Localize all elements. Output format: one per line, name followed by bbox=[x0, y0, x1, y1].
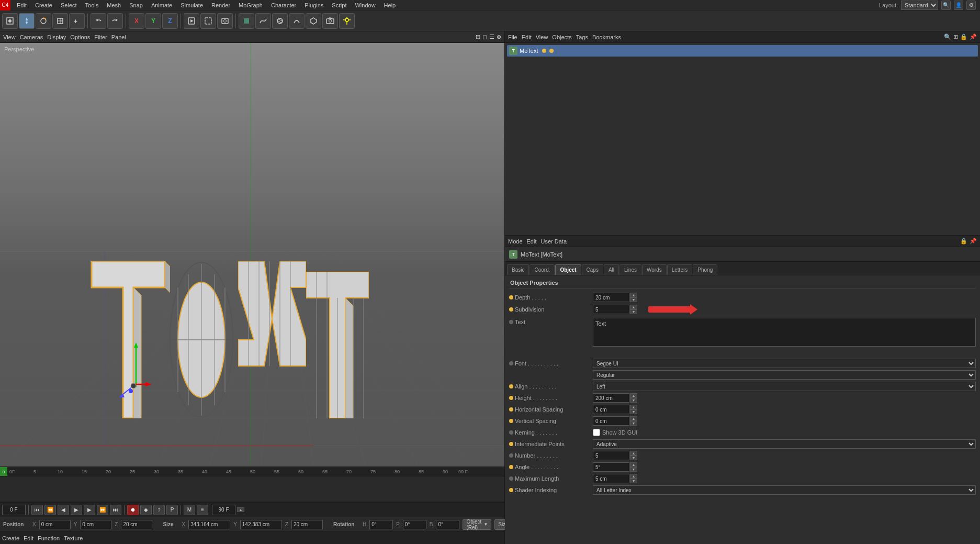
render-btn[interactable] bbox=[184, 13, 199, 29]
size-y-input[interactable] bbox=[240, 520, 282, 529]
tab-coord[interactable]: Coord. bbox=[530, 264, 555, 275]
angle-up-arrow[interactable]: ▲ bbox=[630, 462, 637, 467]
h-spacing-input[interactable] bbox=[593, 405, 629, 414]
render-region-btn[interactable] bbox=[200, 13, 216, 29]
text-content-input[interactable]: Text bbox=[593, 318, 976, 347]
tab-words[interactable]: Words bbox=[642, 264, 667, 275]
height-input[interactable] bbox=[593, 393, 629, 403]
p-rot-input[interactable] bbox=[403, 520, 426, 529]
camera-btn[interactable] bbox=[322, 13, 338, 29]
param-key-btn[interactable]: P bbox=[166, 505, 178, 515]
tab-object[interactable]: Object bbox=[555, 264, 581, 275]
v-spacing-input[interactable] bbox=[593, 416, 629, 426]
layout-select[interactable]: Standard bbox=[901, 1, 938, 10]
vp-view-menu[interactable]: View bbox=[3, 34, 16, 40]
y-axis-btn[interactable]: Y bbox=[145, 13, 161, 29]
go-to-next-key-btn[interactable]: ⏩ bbox=[97, 505, 108, 515]
viewport-3d[interactable]: Perspective bbox=[0, 43, 504, 467]
number-down-arrow[interactable]: ▼ bbox=[630, 456, 637, 460]
tab-all[interactable]: All bbox=[604, 264, 619, 275]
user-icon[interactable]: 👤 bbox=[954, 1, 963, 10]
auto-key-btn[interactable]: ? bbox=[153, 505, 165, 515]
timeline-options-btn[interactable]: ≡ bbox=[197, 505, 208, 515]
undo-btn[interactable] bbox=[91, 13, 106, 29]
shader-select[interactable]: All Letter Index bbox=[593, 485, 976, 495]
intermediate-select[interactable]: Adaptive bbox=[593, 439, 976, 449]
vp-filter-menu[interactable]: Filter bbox=[94, 34, 107, 40]
props-mode-menu[interactable]: Mode bbox=[508, 238, 523, 245]
menu-mesh[interactable]: Mesh bbox=[103, 0, 125, 10]
vp-icon-1[interactable]: ⊞ bbox=[476, 34, 480, 40]
scene-object-list[interactable]: T MoText bbox=[505, 43, 980, 235]
vp-display-menu[interactable]: Display bbox=[47, 34, 66, 40]
fps-up-arrow[interactable]: ▲ bbox=[237, 507, 244, 512]
height-up-arrow[interactable]: ▲ bbox=[630, 393, 637, 398]
depth-up-arrow[interactable]: ▲ bbox=[630, 293, 637, 297]
scene-lock-icon[interactable]: 🔒 bbox=[960, 34, 967, 40]
rotate-tool[interactable] bbox=[36, 13, 51, 29]
scale-tool[interactable] bbox=[52, 13, 68, 29]
scene-view-menu[interactable]: View bbox=[536, 34, 548, 40]
depth-input[interactable] bbox=[593, 293, 629, 302]
h-spacing-down-arrow[interactable]: ▼ bbox=[630, 409, 637, 414]
edit-tab[interactable]: Edit bbox=[24, 535, 33, 541]
depth-down-arrow[interactable]: ▼ bbox=[630, 297, 637, 302]
deformer-btn[interactable] bbox=[289, 13, 305, 29]
x-axis-btn[interactable]: X bbox=[129, 13, 144, 29]
number-up-arrow[interactable]: ▲ bbox=[630, 451, 637, 456]
scene-search-icon[interactable]: 🔍 bbox=[944, 34, 951, 40]
create-tab[interactable]: Create bbox=[2, 535, 19, 541]
angle-input[interactable] bbox=[593, 462, 629, 472]
subdivision-up-arrow[interactable]: ▲ bbox=[630, 305, 637, 309]
max-length-up-arrow[interactable]: ▲ bbox=[630, 474, 637, 479]
props-userdata-menu[interactable]: User Data bbox=[541, 238, 567, 245]
menu-create[interactable]: Create bbox=[31, 0, 57, 10]
object-rel-dropdown[interactable]: Object (Rel) ▼ bbox=[463, 519, 491, 530]
menu-script[interactable]: Script bbox=[328, 0, 351, 10]
play-btn[interactable]: ▶ bbox=[71, 505, 82, 515]
vp-icon-4[interactable]: ⊛ bbox=[497, 34, 501, 40]
render-to-picture-btn[interactable] bbox=[217, 13, 233, 29]
spline-tool[interactable] bbox=[255, 13, 271, 29]
tab-basic[interactable]: Basic bbox=[507, 264, 529, 275]
move-tool[interactable] bbox=[19, 13, 35, 29]
props-edit-menu[interactable]: Edit bbox=[527, 238, 537, 245]
menu-render[interactable]: Render bbox=[207, 0, 234, 10]
fps-input[interactable] bbox=[212, 505, 235, 515]
vp-icon-3[interactable]: ☰ bbox=[489, 34, 494, 40]
scene-filter-icon[interactable]: ⊞ bbox=[953, 34, 958, 40]
props-lock-icon[interactable]: 🔒 bbox=[960, 238, 967, 245]
next-frame-btn[interactable]: ▶ bbox=[84, 505, 95, 515]
vp-options-menu[interactable]: Options bbox=[70, 34, 90, 40]
h-spacing-up-arrow[interactable]: ▲ bbox=[630, 405, 637, 409]
subdivision-input[interactable] bbox=[593, 305, 629, 314]
menu-simulate[interactable]: Simulate bbox=[176, 0, 207, 10]
subdivision-down-arrow[interactable]: ▼ bbox=[630, 309, 637, 314]
vp-panel-menu[interactable]: Panel bbox=[111, 34, 126, 40]
menu-select[interactable]: Select bbox=[57, 0, 81, 10]
y-coord-input[interactable] bbox=[80, 520, 111, 529]
go-to-start-btn[interactable]: ⏮ bbox=[31, 505, 43, 515]
font-select[interactable]: Segoe UI bbox=[593, 359, 976, 368]
scene-objects-menu[interactable]: Objects bbox=[552, 34, 571, 40]
height-down-arrow[interactable]: ▼ bbox=[630, 398, 637, 403]
menu-window[interactable]: Window bbox=[351, 0, 379, 10]
scene-bookmarks-menu[interactable]: Bookmarks bbox=[592, 34, 621, 40]
max-length-input[interactable] bbox=[593, 474, 629, 483]
scene-tags-menu[interactable]: Tags bbox=[576, 34, 588, 40]
tab-lines[interactable]: Lines bbox=[619, 264, 641, 275]
search-icon[interactable]: 🔍 bbox=[941, 1, 951, 10]
tab-letters[interactable]: Letters bbox=[667, 264, 693, 275]
menu-help[interactable]: Help bbox=[380, 0, 400, 10]
go-to-end-btn[interactable]: ⏭ bbox=[110, 505, 121, 515]
menu-animate[interactable]: Animate bbox=[147, 0, 176, 10]
z-coord-input[interactable] bbox=[121, 520, 152, 529]
v-spacing-up-arrow[interactable]: ▲ bbox=[630, 416, 637, 421]
scene-pin-icon[interactable]: 📌 bbox=[970, 34, 977, 40]
texture-tab[interactable]: Texture bbox=[64, 535, 83, 541]
menu-mograph[interactable]: MoGraph bbox=[234, 0, 267, 10]
light-btn[interactable] bbox=[339, 13, 355, 29]
size-x-input[interactable] bbox=[188, 520, 230, 529]
current-frame-input[interactable] bbox=[2, 505, 26, 515]
function-tab[interactable]: Function bbox=[38, 535, 60, 541]
